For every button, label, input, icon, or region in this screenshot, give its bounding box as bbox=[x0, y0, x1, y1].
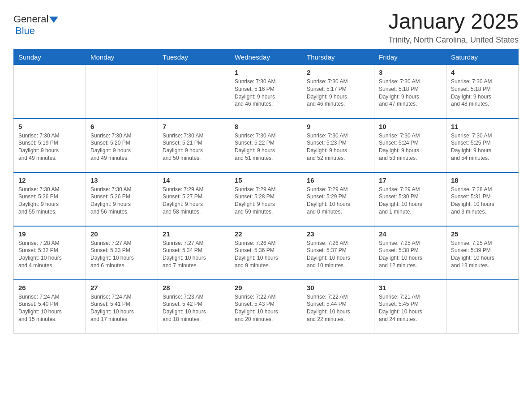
calendar-day-cell: 8Sunrise: 7:30 AM Sunset: 5:22 PM Daylig… bbox=[230, 119, 302, 172]
title-area: January 2025 Trinity, North Carolina, Un… bbox=[388, 9, 519, 45]
day-info: Sunrise: 7:30 AM Sunset: 5:23 PM Dayligh… bbox=[307, 132, 369, 162]
day-info: Sunrise: 7:30 AM Sunset: 5:18 PM Dayligh… bbox=[451, 78, 514, 108]
day-info: Sunrise: 7:30 AM Sunset: 5:19 PM Dayligh… bbox=[18, 132, 81, 162]
calendar-day-cell: 10Sunrise: 7:30 AM Sunset: 5:24 PM Dayli… bbox=[374, 119, 446, 172]
logo-text-blue: Blue bbox=[15, 25, 35, 37]
calendar-subtitle: Trinity, North Carolina, United States bbox=[388, 35, 519, 45]
calendar-day-cell: 17Sunrise: 7:29 AM Sunset: 5:30 PM Dayli… bbox=[374, 172, 446, 226]
calendar-day-cell: 24Sunrise: 7:25 AM Sunset: 5:38 PM Dayli… bbox=[374, 226, 446, 280]
logo-triangle-icon bbox=[49, 17, 58, 23]
logo-text-general: General bbox=[13, 13, 48, 25]
day-info: Sunrise: 7:30 AM Sunset: 5:25 PM Dayligh… bbox=[451, 132, 514, 162]
calendar-day-cell: 31Sunrise: 7:21 AM Sunset: 5:45 PM Dayli… bbox=[374, 280, 446, 334]
day-number: 27 bbox=[90, 284, 153, 291]
day-number: 13 bbox=[90, 176, 153, 184]
calendar-day-cell: 13Sunrise: 7:30 AM Sunset: 5:26 PM Dayli… bbox=[86, 172, 158, 226]
day-number: 5 bbox=[18, 123, 81, 130]
day-info: Sunrise: 7:27 AM Sunset: 5:34 PM Dayligh… bbox=[163, 240, 225, 270]
day-number: 11 bbox=[451, 123, 514, 130]
day-number: 23 bbox=[307, 230, 369, 238]
day-number: 1 bbox=[235, 68, 297, 76]
day-number: 2 bbox=[307, 68, 369, 76]
day-number: 25 bbox=[451, 230, 514, 238]
day-number: 8 bbox=[235, 123, 297, 130]
day-number: 31 bbox=[379, 284, 442, 291]
day-info: Sunrise: 7:25 AM Sunset: 5:39 PM Dayligh… bbox=[451, 240, 514, 270]
day-number: 30 bbox=[307, 284, 369, 291]
calendar-day-cell: 4Sunrise: 7:30 AM Sunset: 5:18 PM Daylig… bbox=[446, 65, 519, 119]
column-header-wednesday: Wednesday bbox=[230, 50, 302, 65]
calendar-day-cell: 6Sunrise: 7:30 AM Sunset: 5:20 PM Daylig… bbox=[86, 119, 158, 172]
calendar-day-cell: 21Sunrise: 7:27 AM Sunset: 5:34 PM Dayli… bbox=[158, 226, 230, 280]
column-header-friday: Friday bbox=[374, 50, 446, 65]
calendar-day-cell: 12Sunrise: 7:30 AM Sunset: 5:26 PM Dayli… bbox=[14, 172, 86, 226]
calendar-day-cell: 26Sunrise: 7:24 AM Sunset: 5:40 PM Dayli… bbox=[14, 280, 86, 334]
day-number: 24 bbox=[379, 230, 442, 238]
calendar-day-cell: 3Sunrise: 7:30 AM Sunset: 5:18 PM Daylig… bbox=[374, 65, 446, 119]
day-number: 29 bbox=[235, 284, 297, 291]
calendar-day-cell: 2Sunrise: 7:30 AM Sunset: 5:17 PM Daylig… bbox=[302, 65, 374, 119]
day-number: 21 bbox=[163, 230, 225, 238]
calendar-day-cell: 9Sunrise: 7:30 AM Sunset: 5:23 PM Daylig… bbox=[302, 119, 374, 172]
calendar-week-row: 12Sunrise: 7:30 AM Sunset: 5:26 PM Dayli… bbox=[14, 172, 519, 226]
day-info: Sunrise: 7:24 AM Sunset: 5:41 PM Dayligh… bbox=[90, 293, 153, 323]
calendar-day-cell: 30Sunrise: 7:22 AM Sunset: 5:44 PM Dayli… bbox=[302, 280, 374, 334]
day-number: 17 bbox=[379, 176, 442, 184]
day-info: Sunrise: 7:26 AM Sunset: 5:37 PM Dayligh… bbox=[307, 240, 369, 270]
calendar-table: SundayMondayTuesdayWednesdayThursdayFrid… bbox=[13, 49, 519, 334]
day-info: Sunrise: 7:22 AM Sunset: 5:43 PM Dayligh… bbox=[235, 293, 297, 323]
calendar-week-row: 5Sunrise: 7:30 AM Sunset: 5:19 PM Daylig… bbox=[14, 119, 519, 172]
day-number: 16 bbox=[307, 176, 369, 184]
day-info: Sunrise: 7:30 AM Sunset: 5:21 PM Dayligh… bbox=[163, 132, 225, 162]
calendar-day-cell bbox=[158, 65, 230, 119]
column-header-tuesday: Tuesday bbox=[158, 50, 230, 65]
day-info: Sunrise: 7:27 AM Sunset: 5:33 PM Dayligh… bbox=[90, 240, 153, 270]
calendar-day-cell: 20Sunrise: 7:27 AM Sunset: 5:33 PM Dayli… bbox=[86, 226, 158, 280]
day-number: 7 bbox=[163, 123, 225, 130]
calendar-day-cell: 27Sunrise: 7:24 AM Sunset: 5:41 PM Dayli… bbox=[86, 280, 158, 334]
calendar-day-cell: 7Sunrise: 7:30 AM Sunset: 5:21 PM Daylig… bbox=[158, 119, 230, 172]
day-info: Sunrise: 7:29 AM Sunset: 5:28 PM Dayligh… bbox=[235, 186, 297, 216]
calendar-week-row: 1Sunrise: 7:30 AM Sunset: 5:16 PM Daylig… bbox=[14, 65, 519, 119]
column-header-monday: Monday bbox=[86, 50, 158, 65]
day-info: Sunrise: 7:22 AM Sunset: 5:44 PM Dayligh… bbox=[307, 293, 369, 323]
calendar-day-cell bbox=[446, 280, 519, 334]
day-number: 18 bbox=[451, 176, 514, 184]
calendar-day-cell: 25Sunrise: 7:25 AM Sunset: 5:39 PM Dayli… bbox=[446, 226, 519, 280]
calendar-day-cell bbox=[14, 65, 86, 119]
calendar-day-cell: 28Sunrise: 7:23 AM Sunset: 5:42 PM Dayli… bbox=[158, 280, 230, 334]
day-info: Sunrise: 7:30 AM Sunset: 5:22 PM Dayligh… bbox=[235, 132, 297, 162]
day-number: 19 bbox=[18, 230, 81, 238]
column-header-saturday: Saturday bbox=[446, 50, 519, 65]
day-number: 28 bbox=[163, 284, 225, 291]
day-info: Sunrise: 7:28 AM Sunset: 5:32 PM Dayligh… bbox=[18, 240, 81, 270]
calendar-day-cell: 23Sunrise: 7:26 AM Sunset: 5:37 PM Dayli… bbox=[302, 226, 374, 280]
calendar-week-row: 26Sunrise: 7:24 AM Sunset: 5:40 PM Dayli… bbox=[14, 280, 519, 334]
day-info: Sunrise: 7:29 AM Sunset: 5:27 PM Dayligh… bbox=[163, 186, 225, 216]
calendar-day-cell: 18Sunrise: 7:28 AM Sunset: 5:31 PM Dayli… bbox=[446, 172, 519, 226]
calendar-day-cell bbox=[86, 65, 158, 119]
calendar-day-cell: 5Sunrise: 7:30 AM Sunset: 5:19 PM Daylig… bbox=[14, 119, 86, 172]
day-number: 22 bbox=[235, 230, 297, 238]
day-number: 9 bbox=[307, 123, 369, 130]
day-info: Sunrise: 7:29 AM Sunset: 5:29 PM Dayligh… bbox=[307, 186, 369, 216]
calendar-day-cell: 1Sunrise: 7:30 AM Sunset: 5:16 PM Daylig… bbox=[230, 65, 302, 119]
day-info: Sunrise: 7:30 AM Sunset: 5:17 PM Dayligh… bbox=[307, 78, 369, 108]
calendar-day-cell: 15Sunrise: 7:29 AM Sunset: 5:28 PM Dayli… bbox=[230, 172, 302, 226]
day-info: Sunrise: 7:21 AM Sunset: 5:45 PM Dayligh… bbox=[379, 293, 442, 323]
day-number: 15 bbox=[235, 176, 297, 184]
day-info: Sunrise: 7:30 AM Sunset: 5:20 PM Dayligh… bbox=[90, 132, 153, 162]
calendar-day-cell: 16Sunrise: 7:29 AM Sunset: 5:29 PM Dayli… bbox=[302, 172, 374, 226]
calendar-header-row: SundayMondayTuesdayWednesdayThursdayFrid… bbox=[14, 50, 519, 65]
column-header-sunday: Sunday bbox=[14, 50, 86, 65]
column-header-thursday: Thursday bbox=[302, 50, 374, 65]
day-info: Sunrise: 7:25 AM Sunset: 5:38 PM Dayligh… bbox=[379, 240, 442, 270]
day-number: 3 bbox=[379, 68, 442, 76]
day-info: Sunrise: 7:29 AM Sunset: 5:30 PM Dayligh… bbox=[379, 186, 442, 216]
calendar-day-cell: 22Sunrise: 7:26 AM Sunset: 5:36 PM Dayli… bbox=[230, 226, 302, 280]
calendar-day-cell: 19Sunrise: 7:28 AM Sunset: 5:32 PM Dayli… bbox=[14, 226, 86, 280]
calendar-title: January 2025 bbox=[388, 9, 519, 34]
day-number: 6 bbox=[90, 123, 153, 130]
logo: General Blue bbox=[13, 13, 58, 37]
day-info: Sunrise: 7:30 AM Sunset: 5:24 PM Dayligh… bbox=[379, 132, 442, 162]
